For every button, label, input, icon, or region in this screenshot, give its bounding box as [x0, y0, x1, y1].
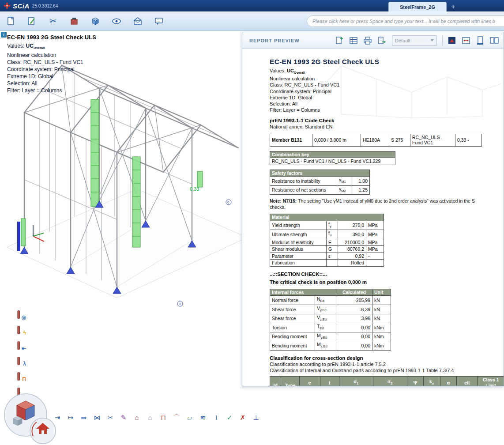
classification-heading: Classification for cross-section design: [270, 355, 504, 361]
check-icon[interactable]: ✓: [224, 412, 235, 422]
double-arrow-icon-glyph: ⇒: [81, 414, 87, 421]
force-label: Shear force: [270, 314, 315, 323]
modelling-toolbar: ⇥↦⇒⋈✂✎⌂⌂⊓⌒▱≋I✓✗⊥: [52, 412, 261, 422]
spacebar-search[interactable]: [307, 15, 504, 27]
material-value: 0,92: [338, 253, 366, 260]
house-frame-icon[interactable]: ⌂: [132, 412, 142, 422]
new-tab-button[interactable]: +: [448, 2, 458, 11]
safety-factor-row: Resistance to instabilityγM11,00: [270, 177, 370, 186]
house-frame-gray-icon[interactable]: ⌂: [145, 412, 155, 422]
material-unit: MPa: [366, 230, 384, 239]
level-dimension-icon[interactable]: ⊥: [251, 412, 261, 422]
column-glyph-bar: [17, 341, 20, 350]
force-value: -205,99: [336, 296, 372, 305]
material-value: 275,0: [338, 221, 366, 230]
report-header-line: Selection: All: [270, 101, 504, 107]
envelope-glyph: [132, 16, 143, 26]
layers-icon[interactable]: ≋: [198, 412, 208, 422]
member-summary-cell: 0,000 / 3,000 m: [312, 134, 361, 146]
scia-logo: SCiA: [0, 2, 32, 10]
paste-glyph: [69, 16, 79, 26]
result-value-label: 0,33: [190, 186, 199, 192]
material-unit: MPa: [366, 246, 384, 253]
force-symbol: Mz,Ed: [315, 341, 336, 351]
fit-width-icon[interactable]: [460, 35, 472, 46]
view-info-line: Coordinate system: Principal: [7, 66, 131, 73]
report-values-line: Values: UCOverall: [270, 68, 504, 75]
view-navigation-wheel[interactable]: [0, 393, 58, 445]
mirror-members-icon[interactable]: ⋈: [92, 412, 102, 422]
visibility-icon[interactable]: [110, 15, 123, 27]
cut-line-icon[interactable]: ✂: [105, 412, 116, 422]
package-icon[interactable]: [89, 15, 102, 27]
arch-icon[interactable]: ⌒: [171, 412, 182, 422]
material-row: Parameterε0,92-: [270, 253, 384, 260]
export-icon[interactable]: [376, 35, 387, 46]
column-glyph-bar: [17, 357, 20, 365]
slenderness-icon[interactable]: λ: [15, 355, 26, 367]
bolt-icon[interactable]: ϟ: [15, 324, 26, 336]
edit-icon[interactable]: [26, 15, 38, 27]
main-toolbar: ✂: [0, 11, 504, 31]
material-row: Ultimate strengthfu390,0MPa: [270, 230, 384, 239]
two-pages-icon[interactable]: [489, 35, 500, 46]
portal-hinge-icon[interactable]: Π: [15, 371, 26, 382]
bar-to-arrow-icon[interactable]: ↦: [65, 412, 76, 422]
delete-icon[interactable]: ✗: [237, 412, 248, 422]
report-panel-title: REPORT PREVIEW: [246, 38, 300, 43]
internal-force-row: Normal forceNEd-205,99kN: [270, 296, 391, 305]
project-tab[interactable]: SteelFrame_2G: [388, 2, 447, 11]
member-summary-cell: Member B131: [270, 134, 312, 146]
internal-force-row: Shear forceVz,Ed3,96kN: [270, 314, 391, 323]
check-icon-glyph: ✓: [227, 414, 233, 421]
material-value: 210000,0: [338, 239, 366, 246]
app-version: 25.0.3012.64: [32, 4, 58, 8]
print-icon[interactable]: [362, 35, 373, 46]
paste-icon[interactable]: [68, 15, 80, 27]
new-document-icon[interactable]: [4, 15, 17, 27]
single-page-icon[interactable]: [474, 35, 486, 46]
material-header: Material: [270, 214, 384, 221]
table-of-contents-icon[interactable]: [348, 35, 359, 46]
search-input[interactable]: [312, 19, 504, 24]
node-marker-label: 0: [227, 200, 229, 204]
comment-icon[interactable]: [153, 15, 165, 27]
double-arrow-icon[interactable]: ⇒: [79, 412, 89, 422]
cut-line-icon-glyph: ✂: [108, 414, 113, 421]
add-report-item-icon[interactable]: [334, 35, 345, 46]
material-symbol: G: [327, 246, 338, 253]
material-row: FabricationRolled: [270, 260, 384, 267]
report-template-select[interactable]: Default: [392, 35, 437, 46]
add-report-item-glyph: [335, 36, 344, 45]
member-summary-cell: HE180A: [361, 134, 389, 146]
section-axis-icon[interactable]: I: [211, 412, 222, 422]
pen-icon-glyph: ✎: [121, 414, 127, 421]
member-length-icon[interactable]: ⇤: [15, 340, 26, 351]
calculated-column-header: Calculated: [336, 289, 372, 296]
combination-key-value: RC_NC_ULS - Fund VC1 / NC_ULS - Fund VC1…: [270, 158, 395, 165]
plate-icon[interactable]: ▱: [184, 412, 195, 422]
material-row: Shear modulusG80769,2MPa: [270, 246, 384, 253]
eye-glyph: [111, 16, 122, 26]
column-glyph-bar: [17, 372, 20, 381]
material-unit: [366, 260, 384, 267]
classification-header-cell: c/t[-]: [457, 377, 478, 386]
report-document-page[interactable]: EC-EN 1993 2G Steel Check ULS Values: UC…: [242, 49, 504, 386]
pen-icon[interactable]: ✎: [118, 412, 129, 422]
scissors-icon[interactable]: ✂: [47, 15, 59, 27]
info-icon[interactable]: i: [1, 32, 7, 38]
material-label: Modulus of elasticity: [270, 239, 327, 246]
material-value: Rolled: [338, 260, 366, 267]
member-summary-table: Member B1310,000 / 3,000 mHE180AS 275RC_…: [270, 134, 482, 147]
engineering-report-icon[interactable]: [446, 35, 458, 46]
column-glyph-bar: [17, 310, 20, 319]
report-title: EC-EN 1993 2G Steel Check ULS: [270, 58, 504, 66]
envelope-open-icon[interactable]: [132, 15, 144, 27]
force-unit: kN: [372, 296, 391, 305]
buckling-settings-icon[interactable]: ◎: [15, 309, 26, 321]
toolbar-divider: [442, 36, 443, 45]
portal-frame-icon[interactable]: ⊓: [158, 412, 169, 422]
print-glyph: [363, 36, 372, 45]
view-info-line: Extreme 1D: Global: [7, 73, 131, 80]
safety-factor-row: Resistance of net sectionsγM21,25: [270, 185, 370, 195]
